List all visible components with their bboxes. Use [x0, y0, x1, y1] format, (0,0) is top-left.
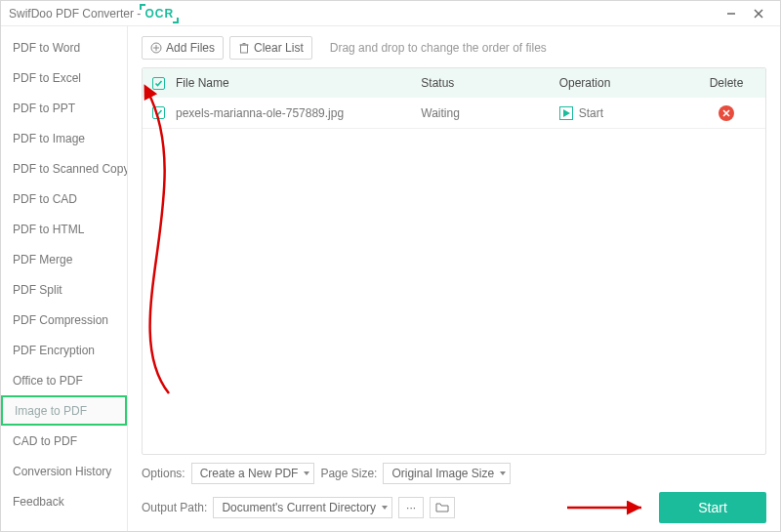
- sidebar-item-pdf-to-ppt[interactable]: PDF to PPT: [1, 93, 127, 123]
- sidebar-item-pdf-compression[interactable]: PDF Compression: [1, 305, 127, 335]
- toolbar-hint: Drag and drop to change the order of fil…: [330, 41, 547, 55]
- close-icon: [754, 9, 763, 19]
- sidebar-item-feedback[interactable]: Feedback: [1, 486, 127, 516]
- header-file-name: File Name: [176, 76, 421, 90]
- row-op-label: Start: [579, 106, 603, 120]
- output-path-label: Output Path:: [142, 501, 207, 514]
- chevron-down-icon: [500, 471, 506, 475]
- start-button[interactable]: Start: [659, 492, 766, 523]
- options-row: Options: Create a New PDF Page Size: Ori…: [142, 463, 766, 484]
- main-panel: Add Files Clear List Drag and drop to ch…: [128, 26, 780, 531]
- header-delete: Delete: [697, 76, 756, 90]
- sidebar-item-pdf-merge[interactable]: PDF Merge: [1, 244, 127, 274]
- open-folder-button[interactable]: [430, 497, 455, 518]
- titlebar: SwifDoo PDF Converter - OCR: [1, 1, 780, 26]
- sidebar-item-pdf-encryption[interactable]: PDF Encryption: [1, 335, 127, 365]
- sidebar-item-pdf-to-word[interactable]: PDF to Word: [1, 32, 127, 62]
- sidebar-item-pdf-to-scanned-copy[interactable]: PDF to Scanned Copy: [1, 153, 127, 184]
- output-path-dropdown[interactable]: Document's Current Directory: [213, 497, 392, 518]
- output-row: Output Path: Document's Current Director…: [142, 492, 766, 523]
- plus-icon: [150, 42, 162, 54]
- row-start-button[interactable]: [559, 106, 573, 120]
- sidebar-item-image-to-pdf[interactable]: Image to PDF: [1, 395, 127, 426]
- sidebar-item-pdf-to-excel[interactable]: PDF to Excel: [1, 62, 127, 93]
- app-window: SwifDoo PDF Converter - OCR PDF to WordP…: [0, 0, 781, 532]
- toolbar: Add Files Clear List Drag and drop to ch…: [142, 36, 766, 60]
- sidebar-item-pdf-to-html[interactable]: PDF to HTML: [1, 214, 127, 244]
- options-dropdown[interactable]: Create a New PDF: [191, 463, 315, 484]
- row-status: Waiting: [421, 106, 558, 120]
- minimize-button[interactable]: [718, 4, 745, 23]
- chevron-down-icon: [304, 471, 309, 475]
- page-size-dropdown[interactable]: Original Image Size: [383, 463, 511, 484]
- file-list-header: File Name Status Operation Delete: [143, 68, 765, 98]
- sidebar-item-conversion-history[interactable]: Conversion History: [1, 456, 127, 486]
- chevron-down-icon: [382, 506, 388, 510]
- minimize-icon: [726, 9, 736, 19]
- select-all-checkbox[interactable]: [152, 77, 165, 90]
- more-button[interactable]: ···: [398, 497, 424, 518]
- file-list-body: pexels-marianna-ole-757889.jpgWaitingSta…: [143, 98, 765, 454]
- folder-icon: [435, 502, 449, 513]
- app-title: SwifDoo PDF Converter -: [9, 7, 141, 20]
- row-checkbox[interactable]: [152, 106, 165, 119]
- header-operation: Operation: [559, 76, 697, 90]
- options-label: Options:: [142, 467, 185, 480]
- svg-marker-9: [563, 109, 570, 117]
- row-delete-button[interactable]: [719, 105, 734, 121]
- sidebar: PDF to WordPDF to ExcelPDF to PPTPDF to …: [1, 26, 128, 531]
- body: PDF to WordPDF to ExcelPDF to PPTPDF to …: [1, 26, 780, 531]
- close-button[interactable]: [745, 4, 772, 23]
- sidebar-item-pdf-to-image[interactable]: PDF to Image: [1, 123, 127, 153]
- file-list: File Name Status Operation Delete pexels…: [142, 67, 766, 455]
- sidebar-item-office-to-pdf[interactable]: Office to PDF: [1, 365, 127, 395]
- sidebar-item-pdf-split[interactable]: PDF Split: [1, 274, 127, 305]
- row-file-name: pexels-marianna-ole-757889.jpg: [176, 106, 421, 120]
- ellipsis-icon: ···: [406, 501, 416, 514]
- add-files-button[interactable]: Add Files: [142, 36, 224, 60]
- header-status: Status: [421, 76, 558, 90]
- svg-rect-6: [241, 45, 248, 53]
- table-row: pexels-marianna-ole-757889.jpgWaitingSta…: [143, 98, 765, 129]
- play-icon: [562, 109, 570, 117]
- clear-list-button[interactable]: Clear List: [229, 36, 312, 60]
- page-size-label: Page Size:: [320, 467, 377, 480]
- sidebar-item-pdf-to-cad[interactable]: PDF to CAD: [1, 184, 127, 214]
- sidebar-item-cad-to-pdf[interactable]: CAD to PDF: [1, 426, 127, 456]
- ocr-badge[interactable]: OCR: [144, 7, 174, 20]
- trash-icon: [238, 42, 250, 54]
- x-icon: [722, 109, 730, 117]
